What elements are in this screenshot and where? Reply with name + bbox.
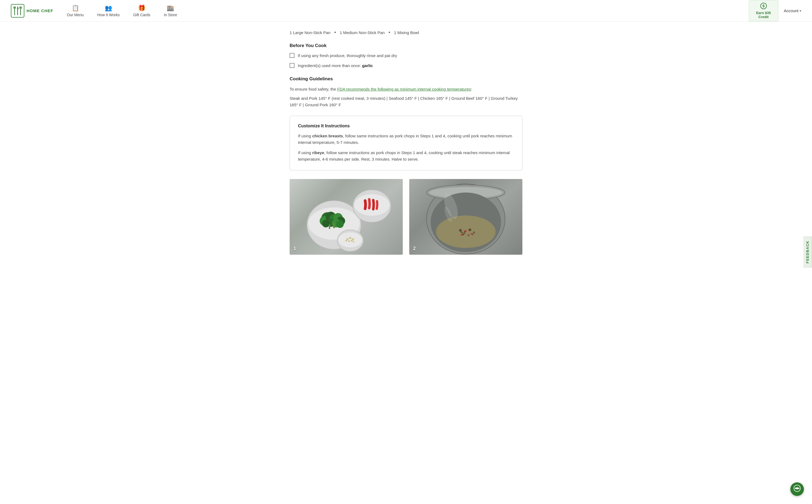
earn-credit-button[interactable]: $ Earn $35 Credit	[749, 0, 778, 21]
before-you-cook-title: Before You Cook	[290, 43, 522, 48]
logo[interactable]: HOME CHEF	[11, 4, 53, 18]
svg-point-31	[349, 237, 351, 239]
step-image-1: 1	[290, 179, 403, 255]
garlic-bold: garlic	[362, 63, 373, 68]
customize-item-1: If using chicken breasts, follow same in…	[298, 133, 514, 146]
svg-point-27	[354, 194, 390, 216]
svg-point-36	[353, 241, 354, 243]
equipment-item-1: 1 Large Non-Stick Pan	[290, 30, 331, 35]
step-2-number: 2	[413, 246, 416, 251]
svg-point-35	[345, 240, 347, 241]
nav-in-store-label: In Store	[164, 13, 177, 17]
step-image-2: 2	[409, 179, 522, 255]
logo-icon	[11, 4, 24, 18]
ribeye-bold: ribeye	[312, 150, 324, 155]
svg-point-43	[463, 232, 465, 234]
nav-links: 📋 Our Menu 👥 How It Works 🎁 Gift Cards 🏬…	[67, 5, 749, 17]
our-menu-icon: 📋	[72, 5, 79, 12]
fda-link[interactable]: FDA recommends the following as minimum …	[337, 87, 471, 91]
svg-rect-24	[333, 223, 335, 228]
feedback-tab[interactable]: FEEDBACK	[803, 237, 812, 263]
checklist-item-1: If using any fresh produce, thoroughly r…	[290, 53, 522, 59]
checklist-text-2: Ingredient(s) used more than once: garli…	[298, 63, 373, 69]
cooking-guidelines-section: Cooking Guidelines To ensure food safety…	[290, 76, 522, 108]
checklist-text-1: If using any fresh produce, thoroughly r…	[298, 53, 397, 59]
equipment-item-2: 1 Medium Non-Stick Pan	[340, 30, 385, 35]
intro-text: To ensure food safety, the	[290, 87, 337, 91]
svg-point-33	[348, 240, 350, 242]
nav-how-it-works-label: How It Works	[97, 13, 120, 17]
logo-text: HOME CHEF	[27, 8, 53, 13]
step-images: 1	[290, 179, 522, 255]
earn-credit-icon: $	[760, 3, 767, 11]
chevron-down-icon: ▾	[800, 9, 801, 13]
cooking-guidelines-intro: To ensure food safety, the FDA recommend…	[290, 86, 522, 92]
equipment-line: 1 Large Non-Stick Pan • 1 Medium Non-Sti…	[290, 30, 522, 35]
svg-point-42	[459, 229, 462, 232]
svg-point-44	[468, 228, 471, 231]
step1-image-container	[290, 179, 403, 255]
nav-in-store[interactable]: 🏬 In Store	[164, 5, 177, 17]
in-store-icon: 🏬	[167, 5, 174, 12]
customize-item-2: If using ribeye, follow same instruction…	[298, 150, 514, 163]
nav-gift-cards-label: Gift Cards	[133, 13, 150, 17]
nav-our-menu-label: Our Menu	[67, 13, 84, 17]
step2-image-container	[409, 179, 522, 255]
svg-point-30	[347, 238, 349, 240]
nav-gift-cards[interactable]: 🎁 Gift Cards	[133, 5, 150, 17]
svg-point-34	[351, 240, 353, 242]
account-label: Account	[784, 8, 798, 13]
customize-title: Customize It Instructions	[298, 124, 514, 128]
bullet-1: •	[334, 30, 336, 35]
svg-point-29	[338, 232, 362, 247]
nav-how-it-works[interactable]: 👥 How It Works	[97, 5, 120, 17]
svg-point-23	[336, 220, 344, 228]
account-button[interactable]: Account ▾	[784, 8, 801, 13]
checkbox-2[interactable]	[290, 63, 295, 68]
cooking-temps: Steak and Pork 145° F (rest cooked meat,…	[290, 95, 522, 108]
customize-box: Customize It Instructions If using chick…	[290, 116, 522, 170]
step-1-number: 1	[293, 246, 296, 251]
step1-svg	[296, 179, 396, 255]
svg-point-45	[473, 231, 475, 234]
step2-svg	[416, 179, 516, 255]
gift-cards-icon: 🎁	[138, 5, 145, 12]
earn-credit-line2: Credit	[758, 15, 769, 19]
before-you-cook-section: Before You Cook If using any fresh produ…	[290, 43, 522, 69]
checkbox-1[interactable]	[290, 53, 295, 58]
svg-point-22	[322, 220, 330, 227]
navigation: HOME CHEF 📋 Our Menu 👥 How It Works 🎁 Gi…	[0, 0, 812, 22]
svg-rect-25	[329, 224, 330, 229]
svg-point-47	[468, 234, 470, 236]
main-content: 1 Large Non-Stick Pan • 1 Medium Non-Sti…	[284, 22, 528, 263]
nav-right: $ Earn $35 Credit Account ▾	[749, 0, 801, 21]
checklist-item-2: Ingredient(s) used more than once: garli…	[290, 63, 522, 69]
equipment-item-3: 1 Mixing Bowl	[394, 30, 419, 35]
how-it-works-icon: 👥	[105, 5, 112, 12]
bullet-2: •	[388, 30, 390, 35]
svg-text:$: $	[763, 4, 765, 8]
svg-point-49	[461, 231, 463, 234]
earn-credit-line1: Earn $35	[756, 11, 771, 15]
nav-our-menu[interactable]: 📋 Our Menu	[67, 5, 84, 17]
cooking-guidelines-title: Cooking Guidelines	[290, 76, 522, 82]
chicken-breasts-bold: chicken breasts	[312, 134, 343, 138]
